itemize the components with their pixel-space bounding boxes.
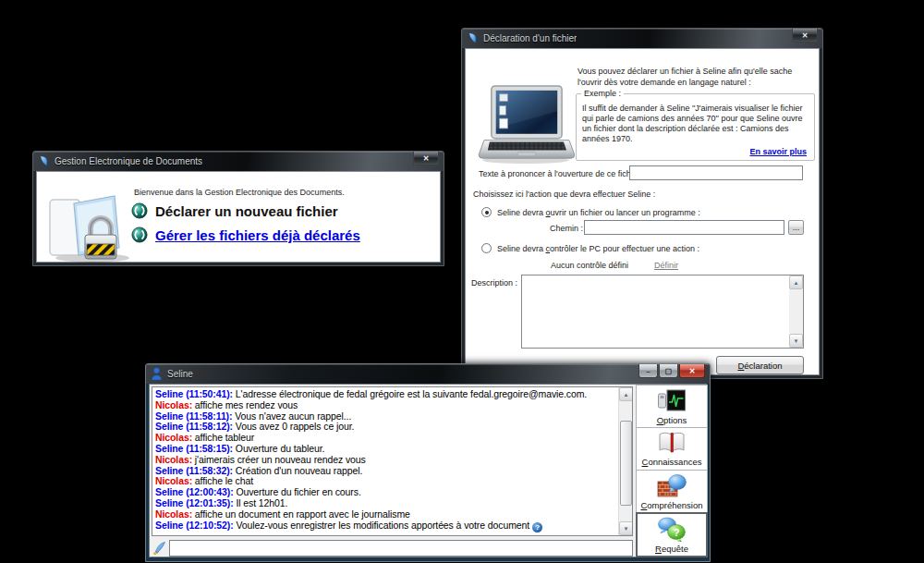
options-icon xyxy=(657,388,687,413)
sidebar-item-connaissances[interactable]: Connaissances xyxy=(636,427,708,471)
gestion-window: Gestion Electronique de Documents ✕ Bien… xyxy=(32,151,444,266)
chemin-input[interactable] xyxy=(584,220,784,235)
seline-titlebar[interactable]: Seline – ▢ ✕ xyxy=(146,364,710,384)
chat-area: Seline (11:50:41): L'adresse électroniqu… xyxy=(152,386,633,536)
bullet-icon xyxy=(131,202,148,219)
sidebar-label: Compréhension xyxy=(640,500,702,510)
radio-control-pc-label[interactable]: Seline devra contrôler le PC pour effect… xyxy=(497,244,699,253)
help-icon: ? xyxy=(532,522,542,532)
welcome-text: Bienvenue dans la Gestion Electronique d… xyxy=(134,188,345,197)
chat-message: Seline (12:10:52): Voulez-vous enregistr… xyxy=(155,520,616,532)
gestion-window-title: Gestion Electronique de Documents xyxy=(55,156,202,166)
close-icon[interactable]: ✕ xyxy=(679,364,705,378)
speak-input[interactable] xyxy=(629,165,803,180)
chat-message: Seline (11:58:15): Ouverture du tableur. xyxy=(155,444,616,455)
sidebar-item-options[interactable]: Options xyxy=(636,385,708,428)
close-icon[interactable]: ✕ xyxy=(413,152,439,165)
example-groupbox: Exemple : Il suffit de demander à Seline… xyxy=(576,93,815,161)
declaration-window-title: Déclaration d'un fichier xyxy=(483,33,577,43)
description-textarea[interactable]: ▲ ▼ xyxy=(521,275,804,349)
maximize-icon[interactable]: ▢ xyxy=(659,364,678,378)
intro-text: Vous pouvez déclarer un fichier à Seline… xyxy=(578,67,818,88)
sidebar-item-comprehension[interactable]: Compréhension xyxy=(636,470,708,513)
scrollbar-thumb[interactable] xyxy=(620,421,632,506)
radio-open-file[interactable] xyxy=(481,207,492,217)
scroll-down-icon[interactable]: ▼ xyxy=(789,334,803,348)
locked-folder-icon xyxy=(46,181,139,264)
seline-sidebar: Options Connaissances xyxy=(636,385,708,557)
scroll-up-icon[interactable]: ▲ xyxy=(619,387,633,401)
description-label: Description : xyxy=(471,278,517,288)
scroll-up-icon[interactable]: ▲ xyxy=(789,275,803,289)
close-icon[interactable]: ✕ xyxy=(792,29,818,43)
scroll-down-icon[interactable]: ▼ xyxy=(619,521,633,535)
chat-message-input[interactable] xyxy=(169,540,633,557)
app-logo-icon xyxy=(38,155,50,167)
app-logo-icon xyxy=(467,32,479,44)
person-icon xyxy=(151,367,163,381)
chat-input-row xyxy=(152,538,633,557)
browse-button[interactable]: ... xyxy=(788,220,804,235)
bullet-icon xyxy=(131,226,148,243)
quill-icon xyxy=(152,541,166,556)
gestion-content: Bienvenue dans la Gestion Electronique d… xyxy=(36,171,441,263)
learn-more-link[interactable]: En savoir plus xyxy=(749,147,807,156)
seline-window: Seline – ▢ ✕ Seline (11:50:41): L'adress… xyxy=(145,363,711,562)
declaration-titlebar[interactable]: Déclaration d'un fichier ✕ xyxy=(462,29,822,48)
sidebar-label: Connaissances xyxy=(642,457,702,467)
radio-control-pc[interactable] xyxy=(481,243,492,253)
seline-window-title: Seline xyxy=(167,369,193,379)
chat-scrollbar[interactable]: ▲ ▼ xyxy=(618,387,632,535)
book-icon xyxy=(657,431,687,455)
minimize-icon[interactable]: – xyxy=(638,364,658,378)
chat-log: Seline (11:50:41): L'adresse électroniqu… xyxy=(155,389,616,533)
description-scrollbar[interactable]: ▲ ▼ xyxy=(789,275,803,348)
example-legend: Exemple : xyxy=(581,89,624,98)
declaration-window: Déclaration d'un fichier ✕ Vous pouvez d… xyxy=(461,28,823,379)
wall-bubble-icon xyxy=(657,473,687,498)
example-body: Il suffit de demander à Seline ''J'aimer… xyxy=(582,104,808,144)
seline-content: Seline (11:50:41): L'adresse électroniqu… xyxy=(149,384,707,557)
sidebar-label: Options xyxy=(657,415,687,425)
radio-open-file-label[interactable]: Seline devra ouvrir un fichier ou lancer… xyxy=(497,208,700,217)
definir-link[interactable]: Définir xyxy=(654,261,678,270)
sidebar-item-requete[interactable]: ? Requête xyxy=(636,512,708,557)
declare-new-file-item[interactable]: Déclarer un nouveau fichier xyxy=(131,202,338,219)
manage-declared-files-item[interactable]: Gérer les fichiers déjà déclarés xyxy=(131,226,360,243)
svg-text:?: ? xyxy=(674,527,680,538)
no-control-text: Aucun contrôle défini xyxy=(551,261,628,270)
laptop-icon xyxy=(475,84,575,165)
chat-message: Seline (12:01:35): Il est 12h01. xyxy=(155,498,616,509)
action-label: Choisissez ici l'action que devra effect… xyxy=(473,190,655,199)
gestion-titlebar[interactable]: Gestion Electronique de Documents ✕ xyxy=(33,152,444,171)
chat-bubbles-icon: ? xyxy=(657,517,687,542)
declaration-content: Vous pouvez déclarer un fichier à Seline… xyxy=(465,48,820,375)
declaration-button[interactable]: Déclaration xyxy=(716,356,804,374)
sidebar-label: Requête xyxy=(655,544,688,554)
speak-label: Texte à prononcer à l'ouverture de ce fi… xyxy=(479,169,645,178)
declare-new-file-label: Déclarer un nouveau fichier xyxy=(155,203,338,219)
chemin-label: Chemin : xyxy=(550,224,583,233)
manage-declared-files-link: Gérer les fichiers déjà déclarés xyxy=(155,227,360,243)
